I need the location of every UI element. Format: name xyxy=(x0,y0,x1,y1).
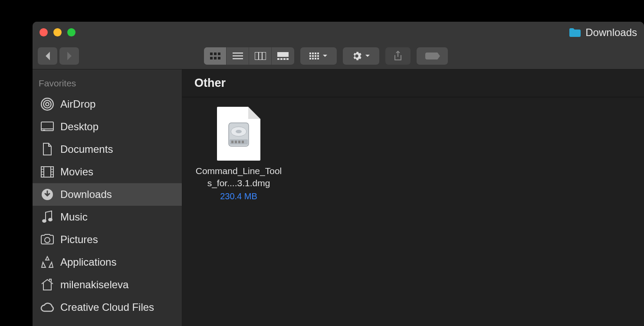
share-icon xyxy=(394,51,402,61)
share-button[interactable] xyxy=(385,47,411,65)
sidebar-section-heading: Favorites xyxy=(33,76,182,93)
tag-icon xyxy=(424,52,440,60)
svg-rect-9 xyxy=(255,52,266,60)
action-menu-button[interactable] xyxy=(343,47,379,65)
traffic-lights xyxy=(39,28,76,36)
sidebar-item-label: milenakiseleva xyxy=(60,279,128,291)
svg-rect-14 xyxy=(280,58,283,60)
sidebar-item-label: AirDrop xyxy=(60,98,95,110)
airdrop-icon xyxy=(40,97,54,111)
svg-rect-17 xyxy=(309,53,311,54)
sidebar-item-label: Movies xyxy=(60,166,93,178)
svg-rect-25 xyxy=(309,58,311,59)
view-mode-group xyxy=(204,47,294,65)
list-icon xyxy=(233,53,243,59)
sidebar-item-movies[interactable]: Movies xyxy=(33,161,182,183)
sidebar-item-label: Applications xyxy=(60,256,116,268)
svg-point-29 xyxy=(46,102,49,106)
svg-rect-52 xyxy=(231,141,233,143)
music-icon xyxy=(40,210,54,224)
svg-rect-3 xyxy=(210,57,213,59)
window-titlebar: Downloads xyxy=(33,22,644,69)
svg-rect-53 xyxy=(235,141,237,143)
svg-rect-15 xyxy=(283,58,286,60)
close-button[interactable] xyxy=(39,28,48,36)
svg-rect-26 xyxy=(312,58,314,59)
gallery-view-button[interactable] xyxy=(272,47,294,65)
svg-rect-24 xyxy=(317,55,319,57)
svg-point-45 xyxy=(42,219,46,223)
svg-rect-13 xyxy=(277,58,279,60)
sidebar: Favorites AirDrop Desktop Documents xyxy=(33,69,182,326)
svg-rect-2 xyxy=(218,53,220,55)
sidebar-item-music[interactable]: Music xyxy=(33,206,182,228)
column-view-button[interactable] xyxy=(249,47,272,65)
sidebar-item-airdrop[interactable]: AirDrop xyxy=(33,93,182,115)
home-icon xyxy=(40,278,54,292)
sidebar-item-label: Documents xyxy=(60,143,113,155)
svg-rect-55 xyxy=(242,141,244,143)
sidebar-item-pictures[interactable]: Pictures xyxy=(33,228,182,251)
content-area: Other xyxy=(182,69,644,326)
titlebar-row: Downloads xyxy=(33,22,644,43)
minimize-button[interactable] xyxy=(53,28,62,36)
svg-point-30 xyxy=(43,100,51,108)
creative-cloud-icon xyxy=(40,300,54,314)
svg-rect-0 xyxy=(210,53,213,55)
svg-rect-27 xyxy=(315,58,316,59)
svg-rect-22 xyxy=(312,55,314,57)
sidebar-item-label: Desktop xyxy=(60,121,99,133)
svg-rect-1 xyxy=(214,53,217,55)
svg-rect-5 xyxy=(218,57,220,59)
svg-rect-34 xyxy=(43,130,45,130)
sidebar-item-documents[interactable]: Documents xyxy=(33,138,182,161)
sidebar-item-downloads[interactable]: Downloads xyxy=(33,183,182,206)
svg-rect-8 xyxy=(233,58,243,59)
zoom-button[interactable] xyxy=(67,28,76,36)
sidebar-item-label: Pictures xyxy=(60,234,98,246)
files-grid[interactable]: Command_Line_Tools_for....3.1.dmg 230.4 … xyxy=(182,97,644,211)
svg-rect-12 xyxy=(277,52,289,57)
file-item[interactable]: Command_Line_Tools_for....3.1.dmg 230.4 … xyxy=(195,107,282,201)
sidebar-item-applications[interactable]: Applications xyxy=(33,251,182,273)
icon-view-button[interactable] xyxy=(204,47,227,65)
chevron-down-icon xyxy=(365,54,370,58)
forward-button[interactable] xyxy=(59,47,79,65)
svg-rect-19 xyxy=(315,53,316,54)
sidebar-item-creative-cloud[interactable]: Creative Cloud Files xyxy=(33,296,182,319)
grid-arrange-icon xyxy=(309,53,319,59)
svg-rect-28 xyxy=(317,58,319,59)
pictures-icon xyxy=(40,233,54,247)
arrange-button[interactable] xyxy=(300,47,337,65)
gallery-icon xyxy=(277,52,289,60)
svg-point-47 xyxy=(45,237,50,243)
svg-rect-23 xyxy=(315,55,316,57)
file-name: Command_Line_Tools_for....3.1.dmg xyxy=(195,165,282,190)
sidebar-item-home[interactable]: milenakiseleva xyxy=(33,273,182,296)
gear-icon xyxy=(352,51,361,61)
svg-point-50 xyxy=(236,130,242,133)
applications-icon xyxy=(40,255,54,269)
grid-icon xyxy=(210,52,221,60)
svg-rect-4 xyxy=(214,57,217,59)
desktop-icon xyxy=(40,120,54,134)
list-view-button[interactable] xyxy=(227,47,249,65)
window-body: Favorites AirDrop Desktop Documents xyxy=(33,69,644,326)
chevron-down-icon xyxy=(322,54,328,58)
svg-rect-21 xyxy=(309,55,311,57)
svg-rect-54 xyxy=(238,141,240,143)
edit-tags-button[interactable] xyxy=(417,47,448,65)
window-title-text: Downloads xyxy=(585,26,637,39)
svg-rect-18 xyxy=(312,53,314,54)
sidebar-item-label: Creative Cloud Files xyxy=(60,301,154,313)
svg-rect-7 xyxy=(233,56,243,56)
sidebar-item-desktop[interactable]: Desktop xyxy=(33,115,182,138)
back-button[interactable] xyxy=(38,47,57,65)
downloads-icon xyxy=(40,188,54,201)
svg-rect-16 xyxy=(286,58,289,60)
sidebar-item-label: Downloads xyxy=(60,188,112,201)
navigation-buttons xyxy=(38,47,79,65)
svg-rect-6 xyxy=(233,53,243,53)
folder-icon xyxy=(569,28,581,37)
svg-rect-20 xyxy=(317,53,319,54)
